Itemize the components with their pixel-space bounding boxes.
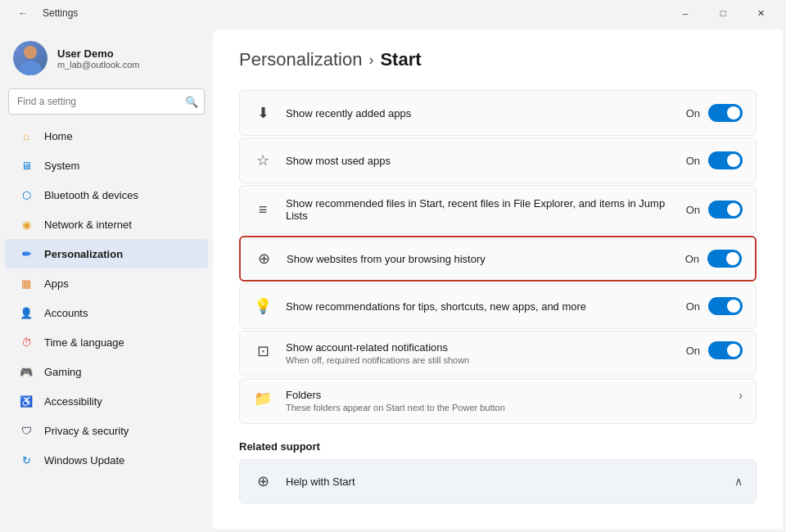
account-notifications-sublabel: When off, required notifications are sti… xyxy=(286,355,673,365)
accessibility-icon: ♿ xyxy=(18,393,34,409)
account-notifications-content: Show account-related notificationsWhen o… xyxy=(286,341,673,365)
most-used-toggle[interactable] xyxy=(708,151,743,169)
sidebar-item-update[interactable]: ↻Windows Update xyxy=(5,445,208,475)
help-start-icon: ⊕ xyxy=(253,471,273,491)
sidebar-label-update: Windows Update xyxy=(44,454,124,467)
account-notifications-toggle[interactable] xyxy=(708,341,743,359)
breadcrumb: Personalization › Start xyxy=(239,49,757,70)
avatar xyxy=(13,41,47,75)
recommendations-tips-content: Show recommendations for tips, shortcuts… xyxy=(286,300,673,313)
app-body: User Demo m_lab@outlook.com 🔍 ⌂Home🖥Syst… xyxy=(0,26,786,532)
sidebar-label-network: Network & internet xyxy=(44,219,132,231)
related-support-title: Related support xyxy=(239,440,757,453)
breadcrumb-current: Start xyxy=(380,49,421,70)
recently-added-toggle[interactable] xyxy=(708,104,743,122)
most-used-content: Show most used apps xyxy=(286,155,673,167)
sidebar-label-system: System xyxy=(44,160,79,172)
folders-content: FoldersThese folders appear on Start nex… xyxy=(286,389,725,413)
sidebar-item-gaming[interactable]: 🎮Gaming xyxy=(5,357,208,386)
recommendations-tips-label: Show recommendations for tips, shortcuts… xyxy=(286,300,673,313)
sidebar-item-time[interactable]: ⏱Time & language xyxy=(5,327,208,357)
recommendations-tips-status: On xyxy=(686,300,700,313)
most-used-icon: ☆ xyxy=(253,151,273,170)
settings-item-websites-history[interactable]: ⊕Show websites from your browsing histor… xyxy=(239,236,757,282)
update-icon: ↻ xyxy=(18,452,34,468)
websites-history-toggle[interactable] xyxy=(707,250,742,268)
sidebar-label-accessibility: Accessibility xyxy=(44,395,102,408)
breadcrumb-separator: › xyxy=(368,52,373,69)
user-profile[interactable]: User Demo m_lab@outlook.com xyxy=(0,33,213,88)
recommended-files-icon: ≡ xyxy=(253,200,273,219)
help-start-label: Help with Start xyxy=(286,476,721,488)
bluetooth-icon: ⬡ xyxy=(18,187,34,203)
websites-history-icon: ⊕ xyxy=(254,249,273,268)
folders-label: Folders xyxy=(286,389,725,401)
maximize-button[interactable]: □ xyxy=(704,0,742,26)
settings-item-most-used[interactable]: ☆Show most used appsOn xyxy=(239,138,757,183)
sidebar-item-accounts[interactable]: 👤Accounts xyxy=(5,298,208,327)
personalization-icon: ✏ xyxy=(18,246,34,262)
main-content: Personalization › Start ⬇Show recently a… xyxy=(213,29,783,529)
folders-icon: 📁 xyxy=(253,389,273,408)
sidebar-item-privacy[interactable]: 🛡Privacy & security xyxy=(5,416,208,445)
recommended-files-content: Show recommended files in Start, recent … xyxy=(286,197,673,222)
websites-history-content: Show websites from your browsing history xyxy=(287,253,672,265)
recommendations-tips-icon: 💡 xyxy=(253,296,273,316)
sidebar-item-accessibility[interactable]: ♿Accessibility xyxy=(5,386,208,416)
sidebar-label-personalization: Personalization xyxy=(44,248,123,260)
sidebar-label-bluetooth: Bluetooth & devices xyxy=(44,189,138,201)
search-input[interactable] xyxy=(8,88,205,115)
recommended-files-right: On xyxy=(686,201,743,219)
minimize-button[interactable]: – xyxy=(666,0,704,26)
sidebar-item-system[interactable]: 🖥System xyxy=(5,151,208,180)
support-item-help-start[interactable]: ⊕Help with Start∧ xyxy=(239,459,757,503)
titlebar-left: ← Settings xyxy=(10,0,78,26)
privacy-icon: 🛡 xyxy=(18,422,34,439)
recently-added-right: On xyxy=(686,104,743,122)
sidebar-label-privacy: Privacy & security xyxy=(44,425,129,437)
folders-chevron: › xyxy=(739,389,743,402)
time-icon: ⏱ xyxy=(18,334,34,350)
sidebar-item-network[interactable]: ◉Network & internet xyxy=(5,210,208,239)
sidebar-label-apps: Apps xyxy=(44,277,69,290)
sidebar-label-accounts: Accounts xyxy=(44,307,88,319)
recommended-files-toggle[interactable] xyxy=(708,201,743,219)
settings-item-account-notifications[interactable]: ⊡Show account-related notificationsWhen … xyxy=(239,331,757,376)
sidebar-label-home: Home xyxy=(44,130,73,142)
breadcrumb-parent: Personalization xyxy=(239,49,362,70)
apps-icon: ▦ xyxy=(18,275,34,291)
back-button[interactable]: ← xyxy=(10,0,36,26)
websites-history-right: On xyxy=(685,250,742,268)
help-start-chevron: ∧ xyxy=(734,475,743,488)
recommendations-tips-toggle[interactable] xyxy=(708,297,743,315)
sidebar-item-personalization[interactable]: ✏Personalization xyxy=(5,239,208,268)
user-info: User Demo m_lab@outlook.com xyxy=(57,47,200,70)
settings-item-recommendations-tips[interactable]: 💡Show recommendations for tips, shortcut… xyxy=(239,283,757,329)
sidebar-item-home[interactable]: ⌂Home xyxy=(5,121,208,151)
account-notifications-label: Show account-related notifications xyxy=(286,341,673,354)
settings-item-recommended-files[interactable]: ≡Show recommended files in Start, recent… xyxy=(239,185,757,234)
titlebar-controls: – □ ✕ xyxy=(666,0,779,26)
nav-list: ⌂Home🖥System⬡Bluetooth & devices◉Network… xyxy=(0,121,213,475)
close-button[interactable]: ✕ xyxy=(742,0,779,26)
settings-list: ⬇Show recently added appsOn☆Show most us… xyxy=(239,90,757,424)
most-used-right: On xyxy=(686,151,743,169)
home-icon: ⌂ xyxy=(18,128,34,144)
recently-added-content: Show recently added apps xyxy=(286,107,673,119)
user-name: User Demo xyxy=(57,47,200,60)
settings-item-recently-added[interactable]: ⬇Show recently added appsOn xyxy=(239,90,757,136)
titlebar-title: Settings xyxy=(43,7,78,19)
recently-added-icon: ⬇ xyxy=(253,103,273,123)
sidebar-item-apps[interactable]: ▦Apps xyxy=(5,268,208,298)
websites-history-status: On xyxy=(685,253,699,265)
system-icon: 🖥 xyxy=(18,157,34,174)
sidebar-item-bluetooth[interactable]: ⬡Bluetooth & devices xyxy=(5,180,208,210)
recommended-files-status: On xyxy=(686,204,700,216)
account-notifications-right: On xyxy=(686,341,743,359)
accounts-icon: 👤 xyxy=(18,304,34,321)
most-used-status: On xyxy=(686,155,700,167)
user-email: m_lab@outlook.com xyxy=(57,60,200,70)
related-support: Related support ⊕Help with Start∧ xyxy=(239,440,757,503)
sidebar-label-time: Time & language xyxy=(44,336,124,349)
settings-item-folders[interactable]: 📁FoldersThese folders appear on Start ne… xyxy=(239,378,757,424)
